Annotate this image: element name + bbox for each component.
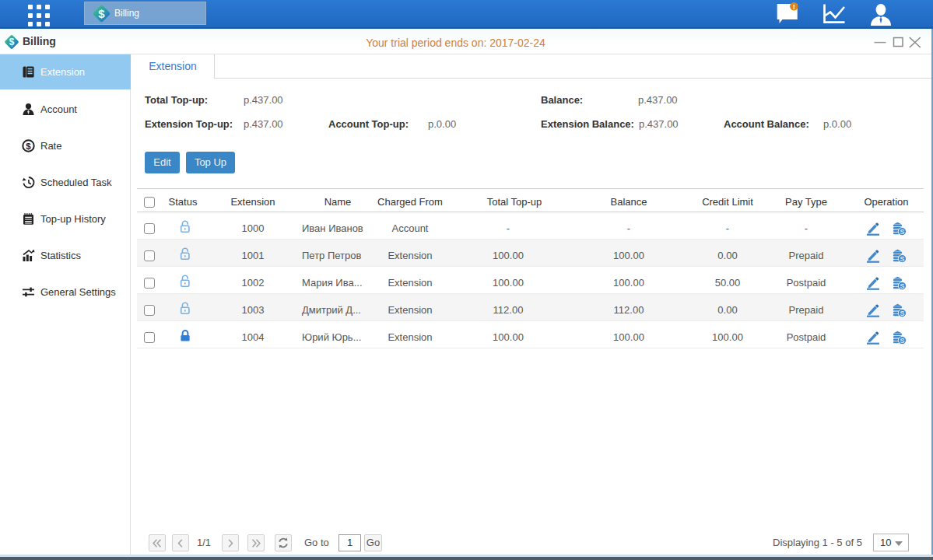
svg-text:S: S <box>900 227 904 235</box>
svg-text:S: S <box>900 309 904 317</box>
svg-text:S: S <box>900 282 904 289</box>
svg-text:S: S <box>900 336 904 344</box>
svg-text:S: S <box>900 254 904 262</box>
svg-text:$: $ <box>26 142 31 151</box>
svg-text:!: ! <box>793 3 795 11</box>
svg-text:$: $ <box>98 6 105 19</box>
